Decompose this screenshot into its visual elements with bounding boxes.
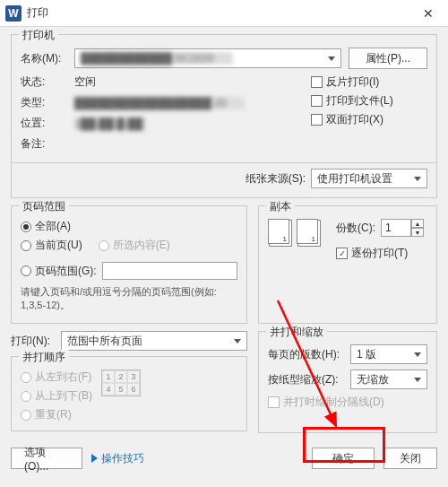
m5: 5 <box>115 383 127 396</box>
window-title: 打印 <box>27 5 48 21</box>
order-preview-icon: 123 456 <box>101 370 141 396</box>
radio-icon <box>21 240 31 251</box>
checkbox-icon <box>268 396 280 408</box>
status-value: 空闲 <box>74 74 96 90</box>
range-hint: 请键入页码和/或用逗号分隔的页码范围(例如: 1,3,5-12)。 <box>21 285 237 313</box>
checkbox-icon <box>311 76 323 88</box>
collate-check[interactable]: ✓逐份打印(T) <box>336 246 427 261</box>
paper-source-label: 纸张来源(S): <box>246 171 306 187</box>
scale-select[interactable]: 无缩放 <box>350 370 427 389</box>
page-n: 1 <box>283 235 287 243</box>
m6: 6 <box>127 383 140 396</box>
order-ttb-label: 从上到下(B) <box>35 388 92 404</box>
spin-up-icon[interactable]: ▲ <box>411 219 424 228</box>
type-value: ██████████████████ 20 <box>74 97 245 109</box>
per-sheet-value: 1 版 <box>357 347 376 362</box>
type-label: 类型: <box>21 95 74 110</box>
copies-legend: 副本 <box>266 199 295 214</box>
printer-group: 打印机 名称(M): ████████████ SC2020 属性(P)... … <box>11 34 437 198</box>
order-repeat-radio: 重复(R) <box>21 407 92 422</box>
printer-legend: 打印机 <box>19 28 58 43</box>
status-label: 状态: <box>21 74 74 90</box>
scaling-group: 并打和缩放 每页的版数(H):1 版 按纸型缩放(Z):无缩放 并打时绘制分隔线… <box>258 331 437 433</box>
page-range-group: 页码范围 全部(A) 当前页(U) 所选内容(E) 页码范围(G): 请键入页码… <box>11 205 247 324</box>
range-all-label: 全部(A) <box>35 219 71 234</box>
close-icon[interactable]: ✕ <box>408 0 448 27</box>
radio-icon <box>21 265 31 276</box>
copies-group: 副本 1 1 份数(C): <box>258 205 437 324</box>
where-label: 位置: <box>21 116 74 131</box>
range-selection-radio: 所选内容(E) <box>99 238 170 253</box>
page-n: 1 <box>312 235 315 243</box>
draw-lines-label: 并打时绘制分隔线(D) <box>283 395 384 410</box>
printer-name-select[interactable]: ████████████ SC2020 <box>74 48 341 68</box>
duplex-check[interactable]: 双面打印(X) <box>311 112 427 127</box>
range-pages-radio[interactable]: 页码范围(G): <box>21 264 97 279</box>
app-icon: W <box>5 5 22 22</box>
range-selection-label: 所选内容(E) <box>113 238 170 253</box>
print-to-file-label: 打印到文件(L) <box>326 93 393 109</box>
reverse-print-check[interactable]: 反片打印(I) <box>311 74 427 90</box>
print-order-group: 并打顺序 从左到右(F) 从上到下(B) 重复(R) 123 456 <box>11 356 247 431</box>
comment-label: 备注: <box>21 136 74 152</box>
range-pages-label: 页码范围(G): <box>35 264 97 279</box>
order-ltr-label: 从左到右(F) <box>35 370 91 385</box>
reverse-print-label: 反片打印(I) <box>326 74 379 90</box>
print-what-label: 打印(N): <box>11 334 61 349</box>
collate-label: 逐份打印(T) <box>351 246 408 261</box>
printer-name-label: 名称(M): <box>21 51 74 66</box>
print-to-file-check[interactable]: 打印到文件(L) <box>311 93 427 109</box>
scaling-legend: 并打和缩放 <box>266 325 327 340</box>
per-sheet-label: 每页的版数(H): <box>268 347 350 362</box>
cancel-button[interactable]: 关闭 <box>383 448 437 469</box>
radio-icon <box>21 372 31 383</box>
tips-label: 操作技巧 <box>101 451 144 466</box>
properties-button[interactable]: 属性(P)... <box>349 48 427 69</box>
collate-icon: 1 1 <box>268 219 323 249</box>
printer-name-value: ████████████ SC2020 <box>81 52 233 65</box>
copies-count-input[interactable]: 1 ▲▼ <box>381 219 424 237</box>
radio-icon <box>99 240 109 251</box>
radio-icon <box>21 410 31 421</box>
checkbox-icon <box>311 114 323 126</box>
copies-count-value: 1 <box>385 222 392 234</box>
copies-count-label: 份数(C): <box>336 221 375 236</box>
scale-label: 按纸型缩放(Z): <box>268 372 350 387</box>
spin-down-icon[interactable]: ▼ <box>411 228 424 237</box>
order-legend: 并打顺序 <box>19 350 69 365</box>
range-current-radio[interactable]: 当前页(U) <box>21 238 82 253</box>
m4: 4 <box>102 383 115 396</box>
print-what-value: 范围中所有页面 <box>67 334 142 349</box>
m2: 2 <box>115 370 127 383</box>
per-sheet-select[interactable]: 1 版 <box>350 344 427 364</box>
m3: 3 <box>127 370 140 383</box>
tips-link[interactable]: 操作技巧 <box>91 451 144 466</box>
where-value: 1██.██.█.██ <box>74 117 146 130</box>
range-legend: 页码范围 <box>19 199 69 214</box>
checkbox-icon: ✓ <box>336 248 348 259</box>
range-pages-input[interactable] <box>102 262 237 280</box>
order-ltr-radio: 从左到右(F) <box>21 370 92 385</box>
radio-icon <box>21 391 31 402</box>
paper-source-select[interactable]: 使用打印机设置 <box>311 169 427 188</box>
range-all-radio[interactable]: 全部(A) <box>21 219 237 234</box>
paper-source-value: 使用打印机设置 <box>317 171 392 187</box>
order-ttb-radio: 从上到下(B) <box>21 388 92 404</box>
duplex-label: 双面打印(X) <box>326 112 383 127</box>
print-what-select[interactable]: 范围中所有页面 <box>61 331 247 351</box>
options-button[interactable]: 选项(O)... <box>11 448 82 469</box>
m1: 1 <box>102 370 115 383</box>
play-icon <box>91 454 98 463</box>
scale-value: 无缩放 <box>357 372 389 387</box>
ok-button[interactable]: 确定 <box>312 448 375 469</box>
radio-icon <box>21 222 31 232</box>
order-repeat-label: 重复(R) <box>35 407 72 422</box>
checkbox-icon <box>311 95 323 107</box>
range-current-label: 当前页(U) <box>35 238 82 253</box>
draw-lines-check: 并打时绘制分隔线(D) <box>268 395 427 410</box>
